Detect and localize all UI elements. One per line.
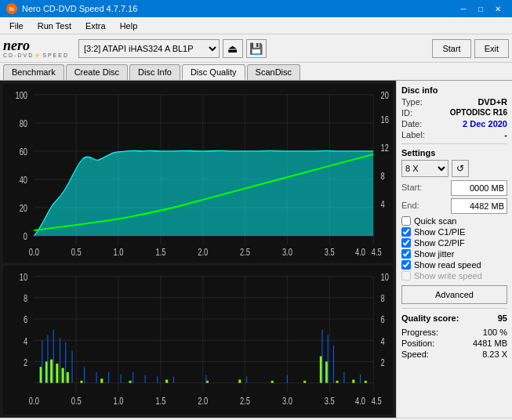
tab-scan-disc[interactable]: ScanDisc xyxy=(247,64,300,80)
close-button[interactable]: ✕ xyxy=(490,2,506,15)
svg-text:4: 4 xyxy=(380,335,384,346)
quick-scan-label: Quick scan xyxy=(414,216,456,226)
end-input[interactable] xyxy=(451,198,507,214)
type-label: Type: xyxy=(401,97,423,107)
svg-text:0.5: 0.5 xyxy=(71,247,82,258)
svg-rect-68 xyxy=(352,379,354,382)
show-read-speed-checkbox[interactable] xyxy=(401,260,411,270)
tab-disc-quality[interactable]: Disc Quality xyxy=(182,64,245,80)
svg-rect-63 xyxy=(271,380,274,382)
svg-text:3.5: 3.5 xyxy=(325,395,335,406)
id-value: OPTODISC R16 xyxy=(450,108,507,118)
svg-text:3.0: 3.0 xyxy=(282,395,292,406)
progress-value: 100 % xyxy=(483,328,507,337)
svg-text:6: 6 xyxy=(24,314,27,325)
lower-chart-svg: 10 8 6 4 2 10 8 6 4 2 0.0 0.5 1.0 1.5 2.… xyxy=(3,266,393,415)
quality-score-row: Quality score: 95 xyxy=(401,313,507,323)
show-c1-pie-checkbox[interactable] xyxy=(401,227,411,237)
disc-label-label: Label: xyxy=(401,130,425,139)
tab-create-disc[interactable]: Create Disc xyxy=(66,64,128,80)
show-write-speed-checkbox[interactable] xyxy=(401,271,411,281)
tab-disc-info[interactable]: Disc Info xyxy=(129,64,180,80)
svg-text:4: 4 xyxy=(24,335,27,346)
start-input[interactable] xyxy=(451,180,507,196)
disc-info-title: Disc info xyxy=(401,85,507,95)
minimize-button[interactable]: ─ xyxy=(456,2,471,15)
svg-text:8: 8 xyxy=(380,171,384,182)
menu-file[interactable]: File xyxy=(3,20,30,32)
svg-rect-54 xyxy=(56,364,58,382)
exit-button[interactable]: Exit xyxy=(474,39,509,58)
svg-text:100: 100 xyxy=(16,90,28,101)
upper-chart: 100 80 60 40 20 0 20 16 12 8 4 0.0 0.5 1… xyxy=(3,84,393,263)
svg-text:1.5: 1.5 xyxy=(155,247,165,258)
disc-type-row: Type: DVD+R xyxy=(401,97,507,107)
divider-1 xyxy=(401,143,507,144)
maximize-button[interactable]: □ xyxy=(473,2,488,15)
speed-select[interactable]: 8 X xyxy=(401,160,448,177)
svg-text:0: 0 xyxy=(24,231,27,242)
svg-text:20: 20 xyxy=(20,203,27,214)
drive-select[interactable]: [3:2] ATAPI iHAS324 A BL1P xyxy=(78,39,220,58)
date-label: Date: xyxy=(401,119,422,129)
svg-rect-56 xyxy=(67,372,69,383)
eject-button[interactable]: ⏏ xyxy=(223,39,243,58)
speed-row: 8 X ↺ xyxy=(401,160,507,177)
show-c2-pif-label: Show C2/PIF xyxy=(414,238,465,248)
title-bar: N Nero CD-DVD Speed 4.7.7.16 ─ □ ✕ xyxy=(0,0,512,17)
start-button[interactable]: Start xyxy=(432,39,470,58)
show-write-speed-row: Show write speed xyxy=(401,271,507,281)
show-jitter-row: Show jitter xyxy=(401,249,507,259)
svg-rect-67 xyxy=(336,380,339,382)
svg-rect-64 xyxy=(303,380,306,382)
disc-id-row: ID: OPTODISC R16 xyxy=(401,108,507,118)
tabs-bar: Benchmark Create Disc Disc Info Disc Qua… xyxy=(0,63,512,81)
date-value: 2 Dec 2020 xyxy=(463,119,507,129)
disc-label-value: - xyxy=(504,130,507,139)
save-button[interactable]: 💾 xyxy=(246,39,267,58)
svg-text:4.5: 4.5 xyxy=(372,395,382,406)
app-icon: N xyxy=(6,3,17,14)
show-c2-pif-row: Show C2/PIF xyxy=(401,238,507,248)
disc-label-row: Label: - xyxy=(401,130,507,139)
disc-date-row: Date: 2 Dec 2020 xyxy=(401,119,507,129)
show-read-speed-row: Show read speed xyxy=(401,260,507,270)
id-label: ID: xyxy=(401,108,412,118)
svg-text:2.5: 2.5 xyxy=(240,395,250,406)
type-value: DVD+R xyxy=(478,97,507,107)
quick-scan-row: Quick scan xyxy=(401,216,507,226)
menu-bar: File Run Test Extra Help xyxy=(0,17,512,34)
speed-row: Speed: 8.23 X xyxy=(401,349,507,359)
main-content: 100 80 60 40 20 0 20 16 12 8 4 0.0 0.5 1… xyxy=(0,81,512,418)
divider-2 xyxy=(401,308,507,309)
speed-value: 8.23 X xyxy=(482,349,507,359)
lower-chart: 10 8 6 4 2 10 8 6 4 2 0.0 0.5 1.0 1.5 2.… xyxy=(3,266,393,415)
advanced-button[interactable]: Advanced xyxy=(401,285,507,304)
quality-score-label: Quality score: xyxy=(401,313,459,323)
menu-help[interactable]: Help xyxy=(114,20,144,32)
svg-text:2.5: 2.5 xyxy=(240,247,250,258)
svg-text:0.0: 0.0 xyxy=(29,247,39,258)
nero-brand-text: nero xyxy=(3,38,30,52)
show-c1-pie-label: Show C1/PIE xyxy=(414,227,465,237)
end-row: End: xyxy=(401,198,507,214)
svg-text:4.0: 4.0 xyxy=(355,247,365,258)
refresh-button[interactable]: ↺ xyxy=(452,160,469,177)
tab-benchmark[interactable]: Benchmark xyxy=(3,64,64,80)
upper-chart-svg: 100 80 60 40 20 0 20 16 12 8 4 0.0 0.5 1… xyxy=(3,84,393,263)
svg-text:6: 6 xyxy=(380,314,384,325)
progress-section: Progress: 100 % Position: 4481 MB Speed:… xyxy=(401,328,507,359)
menu-extra[interactable]: Extra xyxy=(79,20,112,32)
svg-text:60: 60 xyxy=(20,147,27,158)
menu-run-test[interactable]: Run Test xyxy=(31,20,78,32)
svg-rect-58 xyxy=(100,378,103,382)
svg-rect-62 xyxy=(238,379,241,382)
svg-text:20: 20 xyxy=(380,90,388,101)
show-c2-pif-checkbox[interactable] xyxy=(401,238,411,248)
start-row: Start: xyxy=(401,180,507,196)
show-jitter-checkbox[interactable] xyxy=(401,249,411,259)
svg-text:10: 10 xyxy=(20,271,27,282)
svg-rect-69 xyxy=(365,380,367,382)
quick-scan-checkbox[interactable] xyxy=(401,216,411,226)
show-write-speed-label: Show write speed xyxy=(414,271,482,281)
